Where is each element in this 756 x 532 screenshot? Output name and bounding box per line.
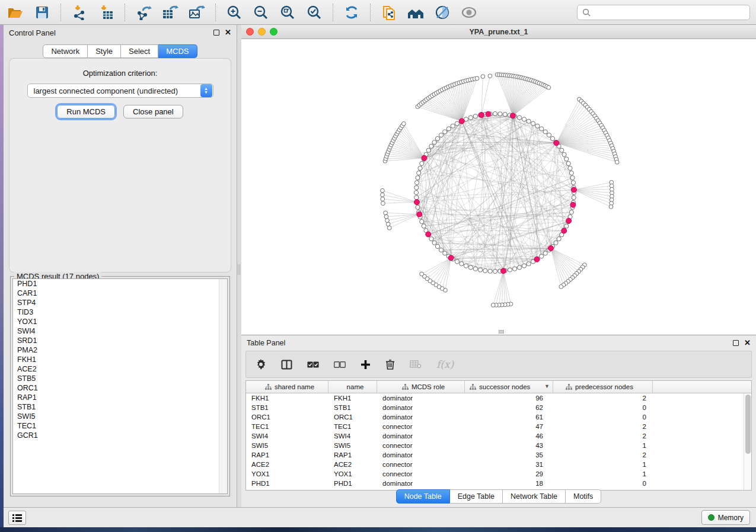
mcds-hub-node[interactable] — [414, 200, 420, 205]
network-node[interactable] — [439, 248, 443, 252]
show-eye-button[interactable] — [460, 3, 479, 22]
mcds-hub-node[interactable] — [486, 111, 491, 117]
mcds-result-item[interactable]: SWI4 — [13, 326, 227, 336]
mcds-result-item[interactable]: TEC1 — [13, 421, 227, 431]
network-node[interactable] — [560, 148, 564, 152]
save-session-button[interactable] — [33, 3, 52, 22]
home-button[interactable] — [406, 3, 425, 22]
function-builder-button[interactable]: f(x) — [436, 358, 454, 370]
float-table-panel-icon[interactable] — [733, 340, 739, 346]
task-history-button[interactable] — [8, 511, 26, 525]
network-node[interactable] — [464, 264, 468, 268]
table-row[interactable]: STB1STB1dominator620 — [246, 403, 751, 412]
network-canvas[interactable] — [241, 39, 756, 335]
network-node[interactable] — [414, 196, 419, 200]
run-mcds-button[interactable]: Run MCDS — [57, 105, 115, 118]
network-node[interactable] — [535, 124, 540, 128]
network-node[interactable] — [568, 166, 572, 170]
network-node[interactable] — [460, 262, 464, 266]
network-node[interactable] — [386, 222, 390, 226]
network-node[interactable] — [381, 201, 385, 206]
network-node[interactable] — [432, 140, 436, 145]
network-node[interactable] — [570, 176, 575, 180]
network-node[interactable] — [527, 119, 531, 123]
network-node[interactable] — [468, 116, 473, 120]
clone-network-button[interactable] — [379, 3, 398, 22]
export-network-button[interactable] — [134, 3, 153, 22]
horizontal-splitter-grip[interactable] — [499, 330, 504, 334]
network-node[interactable] — [531, 121, 535, 126]
network-node[interactable] — [518, 265, 522, 270]
network-node[interactable] — [527, 262, 531, 266]
table-settings-button[interactable] — [256, 359, 266, 370]
network-node[interactable] — [569, 171, 573, 175]
network-node[interactable] — [402, 121, 406, 126]
tab-node-table[interactable]: Node Table — [396, 489, 450, 504]
table-row[interactable]: PHD1PHD1dominator180 — [246, 479, 751, 488]
network-node[interactable] — [435, 136, 439, 140]
table-row[interactable]: ORC1ORC1dominator610 — [246, 412, 751, 422]
network-node[interactable] — [475, 76, 479, 81]
network-node[interactable] — [414, 181, 419, 185]
network-node[interactable] — [550, 136, 554, 140]
apply-layout-button[interactable] — [342, 3, 361, 22]
network-node[interactable] — [384, 214, 388, 219]
mcds-result-item[interactable]: CAR1 — [13, 289, 227, 298]
network-node[interactable] — [416, 176, 420, 180]
network-node[interactable] — [422, 224, 426, 228]
network-node[interactable] — [414, 185, 419, 190]
network-node[interactable] — [488, 74, 492, 78]
table-scrollbar[interactable] — [744, 393, 751, 490]
column-header-shared-name[interactable]: shared name — [246, 381, 328, 393]
mcds-result-item[interactable]: FKH1 — [13, 355, 227, 364]
table-row[interactable]: YOX1YOX1connector291 — [246, 469, 751, 479]
mcds-hub-node[interactable] — [426, 232, 431, 237]
mcds-hub-node[interactable] — [570, 202, 576, 207]
network-node[interactable] — [426, 148, 430, 152]
mcds-result-item[interactable]: SRD1 — [13, 336, 227, 345]
network-node[interactable] — [540, 254, 544, 258]
mcds-hub-node[interactable] — [548, 246, 554, 251]
network-node[interactable] — [569, 210, 573, 214]
tab-edge-table[interactable]: Edge Table — [450, 489, 503, 504]
zoom-in-button[interactable] — [225, 3, 244, 22]
network-node[interactable] — [503, 112, 507, 116]
network-node[interactable] — [381, 188, 385, 193]
delete-table-button[interactable] — [410, 360, 422, 368]
network-node[interactable] — [432, 241, 436, 245]
hide-style-button[interactable] — [433, 3, 452, 22]
network-node[interactable] — [381, 197, 385, 201]
network-node[interactable] — [418, 166, 422, 170]
mcds-result-item[interactable]: YOX1 — [13, 317, 227, 326]
mcds-list-scrollbar[interactable] — [219, 279, 227, 493]
network-node[interactable] — [547, 85, 551, 89]
network-node[interactable] — [557, 237, 561, 241]
network-node[interactable] — [435, 244, 439, 248]
close-table-panel-icon[interactable]: ✕ — [744, 340, 751, 346]
network-node[interactable] — [562, 152, 566, 156]
search-input[interactable] — [594, 8, 745, 17]
network-node[interactable] — [416, 205, 420, 209]
zoom-selected-button[interactable] — [305, 3, 324, 22]
mcds-result-item[interactable]: STB1 — [13, 402, 227, 412]
tab-style[interactable]: Style — [88, 44, 121, 58]
zoom-out-button[interactable] — [251, 3, 270, 22]
network-node[interactable] — [381, 193, 385, 197]
delete-row-button[interactable] — [385, 359, 395, 370]
mcds-hub-node[interactable] — [562, 228, 567, 233]
mcds-hub-node[interactable] — [534, 257, 540, 262]
network-node[interactable] — [571, 181, 575, 185]
mcds-hub-node[interactable] — [422, 155, 427, 161]
tab-network-table[interactable]: Network Table — [503, 489, 566, 504]
tab-network[interactable]: Network — [43, 44, 88, 58]
network-node[interactable] — [564, 224, 569, 228]
network-node[interactable] — [483, 268, 487, 273]
mcds-hub-node[interactable] — [510, 113, 515, 118]
mcds-result-list[interactable]: PHD1CAR1STP4TID3YOX1SWI4SRD1PMA2FKH1ACE2… — [12, 278, 228, 494]
mcds-hub-node[interactable] — [448, 255, 454, 261]
sort-descending-icon[interactable]: ▼ — [544, 383, 550, 389]
network-node[interactable] — [543, 130, 547, 134]
table-row[interactable]: SWI4SWI4dominator462 — [246, 431, 751, 441]
table-row[interactable]: RAP1RAP1dominator352 — [246, 450, 751, 460]
network-node[interactable] — [564, 157, 569, 161]
